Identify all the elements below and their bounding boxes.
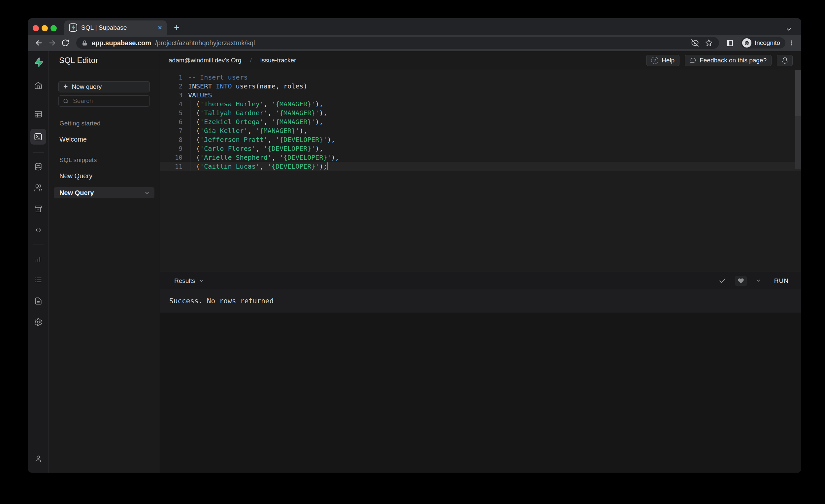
results-dropdown-label[interactable]: Results: [174, 277, 195, 285]
chat-bubble-icon: [690, 57, 696, 64]
browser-menu-icon[interactable]: [788, 37, 796, 49]
breadcrumb-project[interactable]: issue-tracker: [260, 57, 296, 64]
browser-toolbar: app.supabase.com /project/azahtnhqohyjer…: [28, 34, 801, 51]
supabase-logo[interactable]: [32, 56, 45, 69]
url-host: app.supabase.com: [92, 39, 151, 47]
main-header: adam@windmill.dev's Org / issue-tracker …: [160, 51, 801, 70]
supabase-favicon-icon: [69, 23, 77, 32]
search-input[interactable]: [72, 97, 146, 105]
browser-tabbar: SQL | Supabase × +: [28, 18, 801, 34]
code-line-2[interactable]: 2INSERT INTO users(name, roles): [160, 81, 801, 90]
text-cursor: [327, 162, 328, 170]
sidebar-rail: [28, 51, 49, 473]
code-line-11[interactable]: 11 ('Caitlin Lucas', '{DEVELOPER}');: [160, 162, 801, 171]
line-number: 2: [160, 82, 182, 90]
reports-icon[interactable]: [32, 252, 45, 265]
header-actions: ? Help Feedback on this page?: [646, 55, 793, 66]
search-icon: [63, 98, 69, 104]
code-line-4[interactable]: 4 ('Theresa Hurley', '{MANAGER}'),: [160, 99, 801, 108]
line-number: 9: [160, 145, 182, 152]
table-editor-icon[interactable]: [32, 107, 45, 121]
code-line-6[interactable]: 6 ('Ezekiel Ortega', '{MANAGER}'),: [160, 117, 801, 126]
breadcrumb-org[interactable]: adam@windmill.dev's Org: [169, 57, 241, 64]
api-docs-icon[interactable]: [32, 294, 45, 308]
zoom-window-button[interactable]: [51, 25, 57, 31]
close-tab-icon[interactable]: ×: [158, 24, 162, 31]
authentication-icon[interactable]: [32, 181, 45, 195]
line-number: 1: [160, 74, 182, 81]
bell-icon: [781, 57, 789, 64]
sql-editor-icon[interactable]: [30, 129, 46, 145]
results-message: Success. No rows returned: [169, 297, 274, 305]
code-line-1[interactable]: 1-- Insert users: [160, 73, 801, 81]
database-icon[interactable]: [32, 160, 45, 173]
incognito-label: Incognito: [755, 39, 780, 47]
account-icon[interactable]: [32, 452, 45, 465]
storage-icon[interactable]: [32, 202, 45, 216]
app-content: SQL Editor + New query Getting started: [28, 51, 801, 473]
address-bar[interactable]: app.supabase.com /project/azahtnhqohyjer…: [76, 37, 719, 49]
screen: SQL | Supabase × + app.supa: [0, 0, 825, 504]
code-line-3[interactable]: 3VALUES: [160, 90, 801, 99]
results-message-row: Success. No rows returned: [160, 289, 801, 312]
new-query-button[interactable]: + New query: [58, 81, 150, 92]
bookmark-star-icon[interactable]: [704, 37, 714, 49]
settings-icon[interactable]: [32, 315, 45, 329]
section-label-sql-snippets: SQL snippets: [59, 156, 149, 164]
rail-divider: [33, 100, 44, 100]
results-toolbar: Results: [160, 272, 801, 289]
new-tab-button[interactable]: +: [174, 23, 179, 32]
help-icon: ?: [651, 57, 658, 64]
logs-icon[interactable]: [32, 273, 45, 286]
line-number: 3: [160, 91, 182, 99]
rail-divider: [33, 244, 44, 245]
run-options-chevron-icon[interactable]: [755, 278, 761, 284]
code-line-8[interactable]: 8 ('Jefferson Pratt', '{DEVELOPER}'),: [160, 135, 801, 144]
minimize-window-button[interactable]: [42, 25, 48, 31]
section-label-getting-started: Getting started: [59, 120, 149, 127]
sql-editor-canvas[interactable]: 1-- Insert users2INSERT INTO users(name,…: [160, 70, 801, 272]
sidebar-item-new-query-1[interactable]: New Query: [59, 172, 149, 180]
side-panel-icon[interactable]: [724, 37, 736, 49]
sidebar-item-new-query-2-selected[interactable]: New Query: [54, 187, 154, 198]
feedback-button[interactable]: Feedback on this page?: [685, 55, 771, 66]
chevron-down-icon[interactable]: [144, 190, 150, 196]
line-number: 11: [160, 163, 182, 170]
notifications-button[interactable]: [777, 55, 793, 66]
success-check-icon: [719, 277, 726, 285]
code-line-9[interactable]: 9 ('Carlo Flores', '{DEVELOPER}'),: [160, 144, 801, 153]
sidebar-item-welcome[interactable]: Welcome: [59, 136, 149, 143]
browser-window: SQL | Supabase × + app.supa: [28, 18, 801, 473]
code-line-7[interactable]: 7 ('Gia Keller', '{MANAGER}'),: [160, 126, 801, 135]
code-lines: 1-- Insert users2INSERT INTO users(name,…: [160, 73, 801, 171]
snippets-panel-header: SQL Editor: [49, 51, 160, 70]
line-number: 10: [160, 154, 182, 161]
favorite-button[interactable]: [735, 276, 747, 286]
plus-icon: +: [63, 83, 68, 90]
forward-icon[interactable]: [47, 37, 58, 49]
browser-tab-active[interactable]: SQL | Supabase ×: [64, 20, 167, 34]
snippet-search[interactable]: [58, 95, 150, 106]
home-icon[interactable]: [32, 79, 45, 92]
tab-search-chevron-icon[interactable]: [785, 26, 792, 33]
results-chevron-down-icon[interactable]: [199, 278, 204, 284]
line-number: 8: [160, 136, 182, 143]
help-button[interactable]: ? Help: [646, 55, 679, 66]
editor-scrollbar[interactable]: [795, 70, 801, 272]
incognito-badge[interactable]: Incognito: [741, 37, 785, 49]
breadcrumb-separator: /: [250, 57, 251, 64]
scrollbar-thumb[interactable]: [795, 70, 801, 116]
reload-icon[interactable]: [60, 37, 71, 49]
close-window-button[interactable]: [33, 25, 39, 31]
run-button[interactable]: RUN: [774, 277, 789, 285]
lock-icon: [81, 40, 88, 46]
eye-off-icon[interactable]: [690, 37, 700, 49]
edge-functions-icon[interactable]: [32, 223, 45, 237]
code-line-5[interactable]: 5 ('Taliyah Gardner', '{MANAGER}'),: [160, 108, 801, 117]
page-title: SQL Editor: [59, 56, 98, 65]
line-number: 6: [160, 118, 182, 126]
run-controls: RUN: [719, 276, 789, 286]
back-icon[interactable]: [33, 37, 45, 49]
results-empty-area: [160, 312, 801, 473]
code-line-10[interactable]: 10 ('Arielle Shepherd', '{DEVELOPER}'),: [160, 153, 801, 162]
